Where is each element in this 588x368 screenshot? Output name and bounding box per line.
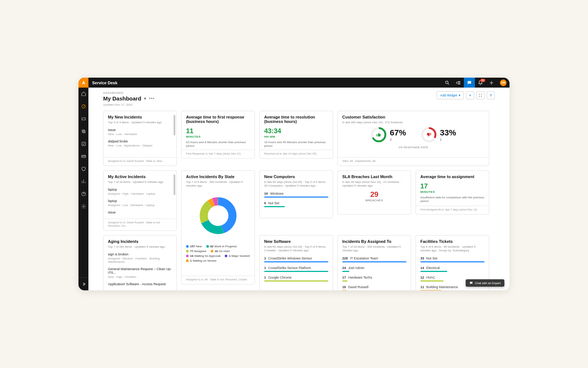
card-subtitle: Top 7 of 281 items · Updated 5 minutes a… bbox=[108, 245, 172, 249]
bar-row[interactable]: 33Not Set bbox=[420, 256, 484, 262]
avatar[interactable]: DR bbox=[500, 79, 507, 86]
metric-note: 19 Hours and 59 Minutes shorter than pre… bbox=[264, 141, 328, 148]
bar-row[interactable]: 16David Russell bbox=[342, 285, 406, 290]
csat-bad-count: 1 bbox=[440, 138, 456, 141]
sidebar-analytics-icon[interactable] bbox=[78, 177, 88, 185]
topbar: Service Desk 9+ DR bbox=[78, 78, 510, 88]
app-window: Service Desk 9+ DR bbox=[78, 78, 510, 290]
scrollbar[interactable] bbox=[174, 174, 175, 195]
card-title: Average time to first response (business… bbox=[186, 115, 250, 124]
svg-point-0 bbox=[445, 81, 448, 84]
metric-unit: MINUTES bbox=[420, 190, 484, 194]
bar-row[interactable]: 24Joel Admin bbox=[342, 266, 406, 272]
main-content: DASHBOARD My Dashboard ▼ ••• Updated Nov… bbox=[88, 88, 510, 290]
card-title: Average time to assignment bbox=[420, 174, 484, 179]
card-title: Average time to resolution (business hou… bbox=[264, 115, 328, 124]
more-menu-icon[interactable]: ••• bbox=[149, 96, 155, 101]
card-title: My New Incidents bbox=[108, 115, 172, 119]
card-new-computers[interactable]: New Computers in last 60 days (since Oct… bbox=[259, 170, 333, 218]
sidebar-ticket-icon[interactable] bbox=[78, 115, 88, 123]
metric-unit: BREACHES bbox=[342, 199, 406, 202]
sidebar-shield-icon[interactable] bbox=[78, 165, 88, 173]
list-item[interactable]: sign is broken Assigned · Medium · Facil… bbox=[108, 252, 172, 263]
thumbs-up-icon bbox=[371, 127, 387, 143]
plus-icon[interactable] bbox=[486, 78, 497, 88]
search-icon[interactable] bbox=[442, 78, 453, 88]
card-by-assigned[interactable]: Incidents By Assigned To Top 7 of 26 ite… bbox=[337, 235, 411, 290]
csat-bad-pct: 33% bbox=[440, 128, 456, 138]
svg-point-8 bbox=[83, 206, 84, 207]
add-widget-button[interactable]: Add Widget ▾ bbox=[437, 91, 464, 99]
svg-rect-2 bbox=[82, 118, 85, 120]
csat-good-count: 2 bbox=[390, 138, 406, 141]
chevron-down-icon[interactable]: ▼ bbox=[143, 97, 147, 100]
sidebar-expand-icon[interactable] bbox=[78, 280, 88, 288]
brand-logo[interactable] bbox=[78, 78, 88, 88]
app-name: Service Desk bbox=[92, 81, 118, 85]
list-item[interactable]: issue New · Low · Hardware bbox=[108, 128, 172, 136]
card-aging-incidents[interactable]: Aging Incidents Top 7 of 281 items · Upd… bbox=[103, 235, 177, 290]
metric-note: Insufficient data for comparison with th… bbox=[420, 196, 484, 204]
card-footer: Assigned to is: All · State is not: Reso… bbox=[182, 276, 255, 281]
bar-row[interactable]: 228IT Escalation Team bbox=[342, 256, 406, 262]
bar-row[interactable]: 1CrowdStrike Sensor Platform bbox=[264, 266, 328, 272]
bar-row[interactable]: 1CrowdStrike Windows Sensor bbox=[264, 256, 328, 262]
help-button[interactable]: ? bbox=[487, 91, 495, 99]
scrollbar[interactable] bbox=[174, 115, 175, 135]
sidebar-copy-icon[interactable] bbox=[78, 127, 88, 135]
card-subtitle: in last 60 days (since Oct 20) · Top 5 o… bbox=[264, 245, 328, 253]
bar-row[interactable]: 1Google Chrome bbox=[264, 276, 328, 282]
card-my-new-incidents[interactable]: My New Incidents Top 3 of 3 items · Upda… bbox=[103, 111, 177, 166]
chat-expert-button[interactable]: Chat with an Expert bbox=[466, 279, 504, 287]
metric-unit: HH:MM bbox=[264, 135, 328, 138]
list-item[interactable]: issue bbox=[108, 210, 172, 214]
notification-badge: 9+ bbox=[480, 79, 485, 82]
list-item[interactable]: laptop Assigned · Low · Hardware · Lapto… bbox=[108, 199, 172, 207]
add-button[interactable] bbox=[466, 91, 474, 99]
card-active-incidents-by-state[interactable]: Active Incidents By State Top 7 of 8 ite… bbox=[181, 170, 255, 284]
card-title: New Software bbox=[264, 239, 328, 244]
card-avg-resolution[interactable]: Average time to resolution (business hou… bbox=[259, 111, 333, 159]
card-title: New Computers bbox=[264, 174, 328, 179]
card-title: Customer Satisfaction bbox=[342, 115, 484, 119]
fullscreen-button[interactable] bbox=[476, 91, 484, 99]
page-header: DASHBOARD My Dashboard ▼ ••• Updated Nov… bbox=[88, 88, 510, 109]
card-avg-assignment[interactable]: Average time to assignment 17 MINUTES In… bbox=[416, 170, 489, 215]
bar-row[interactable]: 19Windows bbox=[264, 192, 328, 198]
donut-chart bbox=[186, 192, 250, 240]
list-item[interactable]: General Maintenance Request – Clean Up- … bbox=[108, 267, 172, 279]
megaphone-icon[interactable] bbox=[453, 78, 464, 88]
card-customer-satisfaction[interactable]: Customer Satisfaction in last 365 days (… bbox=[337, 111, 489, 166]
csat-good-pct: 67% bbox=[390, 128, 406, 138]
legend-item: 1 Waiting on Vendor bbox=[186, 259, 217, 262]
list-item[interactable]: Application/ Software - Access Request bbox=[108, 282, 172, 286]
card-subtitle: Top 7 of 8 items · 350 Incidents · Updat… bbox=[186, 180, 250, 188]
legend-item: 16 On Hold bbox=[211, 250, 230, 253]
list-item[interactable]: laptop Assigned · High · Hardware · Lapt… bbox=[108, 188, 172, 195]
donut-legend: 157 New82 Work in Progress77 Assigned16 … bbox=[186, 245, 250, 262]
bar-row[interactable]: 14Electrical bbox=[420, 266, 484, 272]
card-avg-first-response[interactable]: Average time to first response (business… bbox=[181, 111, 255, 159]
metric-value: 17 bbox=[420, 183, 484, 190]
add-widget-label: Add Widget bbox=[440, 93, 457, 97]
sidebar bbox=[78, 88, 88, 290]
card-my-active-incidents[interactable]: My Active Incidents Top 7 of 16 items · … bbox=[103, 170, 177, 231]
card-sla-breaches[interactable]: SLA Breaches Last Month in last 30 days … bbox=[337, 170, 411, 215]
bar-row[interactable]: 17Hardware Techs bbox=[342, 276, 406, 282]
sidebar-dashboard-icon[interactable] bbox=[78, 102, 88, 110]
chat-icon[interactable] bbox=[464, 78, 475, 88]
card-title: Incidents By Assigned To bbox=[342, 239, 406, 244]
dashboard-grid: My New Incidents Top 3 of 3 items · Upda… bbox=[88, 109, 510, 290]
card-new-software[interactable]: New Software in last 60 days (since Oct … bbox=[259, 235, 333, 290]
bar-row[interactable]: 6Not Set bbox=[264, 201, 328, 207]
sidebar-home-icon[interactable] bbox=[78, 90, 88, 98]
bell-icon[interactable]: 9+ bbox=[475, 78, 486, 88]
sidebar-settings-icon[interactable] bbox=[78, 202, 88, 210]
legend-item: 82 Work in Progress bbox=[206, 245, 237, 248]
card-footer: Resolved at is: last 14 days (since Dec … bbox=[260, 150, 333, 155]
sidebar-check-icon[interactable] bbox=[78, 140, 88, 148]
list-item[interactable]: dialpad broke New · Low · Applications ·… bbox=[108, 139, 172, 147]
sidebar-help-icon[interactable] bbox=[78, 190, 88, 198]
sidebar-card-icon[interactable] bbox=[78, 152, 88, 160]
legend-item: 77 Assigned bbox=[186, 250, 206, 253]
